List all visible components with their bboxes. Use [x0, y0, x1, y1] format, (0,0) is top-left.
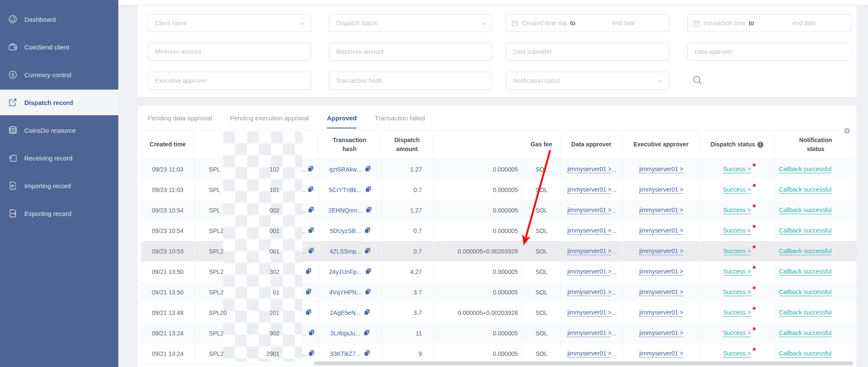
executive-approver-link[interactable]: jimmyserver01 > [639, 288, 683, 296]
sidebar-item[interactable]: $ Currency control [0, 62, 118, 87]
notification-status-link[interactable]: Callback successful [779, 329, 832, 337]
copy-icon[interactable] [364, 309, 370, 317]
executive-approver-link[interactable]: jimmyserver01 > [639, 248, 683, 255]
copy-icon[interactable] [308, 329, 315, 337]
notification-status-link[interactable]: Callback successful [779, 207, 832, 214]
sidebar-item[interactable]: Exporting record [0, 201, 118, 226]
dispatch-status-link[interactable]: Success > [723, 227, 751, 235]
client-name-select[interactable]: Client name [148, 14, 311, 32]
data-submitter-input[interactable]: Data submitter [506, 43, 669, 61]
dispatch-status-link[interactable]: Success > [723, 268, 751, 276]
notification-status-select[interactable]: Notification status [506, 72, 669, 90]
data-approver-link[interactable]: jimmyserver01 > [567, 207, 611, 214]
transaction-hash-link[interactable]: 5CrYTnBk... [329, 186, 361, 193]
copy-icon[interactable] [308, 166, 314, 173]
copy-icon[interactable] [308, 186, 314, 194]
created-time-range-picker[interactable]: Created time start date to end date [506, 14, 669, 32]
copy-icon[interactable] [308, 227, 314, 235]
copy-icon[interactable] [364, 329, 370, 337]
status-tab[interactable]: Pending data approval [148, 106, 212, 130]
copy-icon[interactable] [365, 166, 371, 173]
minimum-amount-input[interactable]: Minimum amount [148, 43, 311, 61]
data-approver-input[interactable]: Data approver [687, 43, 851, 61]
sidebar-item[interactable]: Dispatch record [0, 90, 118, 115]
executive-approver-link[interactable]: jimmyserver01 > [639, 268, 683, 276]
copy-icon[interactable] [366, 207, 372, 214]
data-approver-link[interactable]: jimmyserver01 > [567, 166, 611, 173]
executive-approver-link[interactable]: jimmyserver01 > [639, 227, 683, 235]
dispatch-status-link[interactable]: Success > [723, 248, 751, 255]
transaction-hash-link[interactable]: 4ZLSSmp... [329, 248, 361, 255]
sidebar-item[interactable]: Dashboard [0, 6, 118, 32]
dispatch-status-select[interactable]: Dispatch status [329, 14, 492, 32]
data-approver-link[interactable]: jimmyserver01 > [567, 288, 611, 296]
dispatch-status-link[interactable]: Success > [723, 329, 751, 337]
maximum-amount-input[interactable]: Maximum amount [329, 43, 492, 61]
data-approver-link[interactable]: jimmyserver01 > [567, 248, 611, 255]
executive-approver-link[interactable]: jimmyserver01 > [639, 350, 683, 358]
data-approver-link[interactable]: jimmyserver01 > [567, 186, 611, 194]
notification-status-link[interactable]: Callback successful [779, 268, 832, 276]
transaction-hash-link[interactable]: 5DUyzSB... [330, 227, 361, 234]
transaction-hash-input[interactable]: Transaction hash [329, 72, 492, 90]
executive-approver-link[interactable]: jimmyserver01 > [639, 309, 683, 317]
executive-approver-link[interactable]: jimmyserver01 > [639, 186, 683, 194]
notification-status-link[interactable]: Callback successful [779, 350, 832, 358]
header-dispatch-status[interactable]: Dispatch status i [699, 130, 774, 159]
sidebar-item[interactable]: CoinsDo resource [0, 117, 118, 143]
transaction-hash-link[interactable]: 2AgE5eN... [330, 309, 361, 316]
copy-icon[interactable] [364, 248, 371, 255]
header-executive-approver[interactable]: Executive approver [623, 130, 699, 159]
notification-status-link[interactable]: Callback successful [779, 166, 832, 173]
transaction-time-range-picker[interactable]: transaction time start to end date [687, 14, 851, 32]
transaction-hash-link[interactable]: 4VqYHPN... [329, 289, 361, 296]
dispatch-status-link[interactable]: Success > [723, 186, 751, 194]
transaction-hash-link[interactable]: 24y1UnFp... [329, 268, 361, 275]
executive-approver-input[interactable]: Executive approver [148, 72, 311, 90]
notification-status-link[interactable]: Callback successful [779, 227, 832, 235]
header-dispatch-amount[interactable]: Dispatch amount [381, 130, 433, 159]
sidebar-item[interactable]: Importing record [0, 173, 118, 198]
search-icon[interactable] [692, 75, 704, 87]
copy-icon[interactable] [305, 288, 312, 296]
copy-icon[interactable] [305, 309, 312, 317]
dispatch-status-link[interactable]: Success > [723, 309, 751, 317]
executive-approver-link[interactable]: jimmyserver01 > [639, 329, 683, 337]
data-approver-link[interactable]: jimmyserver01 > [567, 309, 611, 317]
transaction-hash-link[interactable]: 2EHNQnm... [328, 207, 362, 214]
data-approver-link[interactable]: jimmyserver01 > [567, 268, 611, 276]
header-gas-fee[interactable]: Gas fee [433, 130, 560, 159]
sidebar-item[interactable]: Receiving record [0, 145, 118, 171]
executive-approver-link[interactable]: jimmyserver01 > [639, 207, 683, 214]
dispatch-status-link[interactable]: Success > [723, 288, 751, 296]
status-tab[interactable]: Pending execution approval [230, 106, 309, 130]
copy-icon[interactable] [308, 248, 314, 255]
header-data-approver[interactable]: Data approver [560, 130, 623, 159]
executive-approver-link[interactable]: jimmyserver01 > [639, 166, 683, 173]
transaction-hash-link[interactable]: 33KTikZ7... [330, 350, 361, 357]
horizontal-scrollbar-thumb[interactable] [314, 361, 853, 365]
copy-icon[interactable] [365, 268, 372, 276]
copy-icon[interactable] [308, 350, 315, 358]
header-transaction-hash[interactable]: Transaction hash [318, 130, 381, 159]
transaction-hash-link[interactable]: 3Lr6qaJu... [330, 330, 360, 337]
dispatch-status-link[interactable]: Success > [723, 350, 751, 358]
status-tab[interactable]: Transaction failed [375, 106, 425, 130]
sidebar-item[interactable]: CoinSend client [0, 34, 118, 60]
copy-icon[interactable] [364, 350, 370, 358]
copy-icon[interactable] [308, 207, 314, 214]
horizontal-scrollbar[interactable] [141, 361, 856, 365]
copy-icon[interactable] [365, 288, 371, 296]
data-approver-link[interactable]: jimmyserver01 > [567, 227, 611, 235]
gear-icon[interactable]: ⚙ [844, 127, 850, 135]
dispatch-status-link[interactable]: Success > [723, 166, 751, 173]
copy-icon[interactable] [364, 227, 371, 235]
transaction-hash-link[interactable]: qztSRAkw... [329, 166, 361, 173]
notification-status-link[interactable]: Callback successful [779, 288, 832, 296]
header-created-time[interactable]: Created time [141, 130, 195, 159]
notification-status-link[interactable]: Callback successful [779, 248, 832, 255]
notification-status-link[interactable]: Callback successful [779, 309, 832, 317]
notification-status-link[interactable]: Callback successful [779, 186, 832, 194]
status-tab[interactable]: Approved [327, 106, 357, 130]
copy-icon[interactable] [305, 268, 312, 276]
